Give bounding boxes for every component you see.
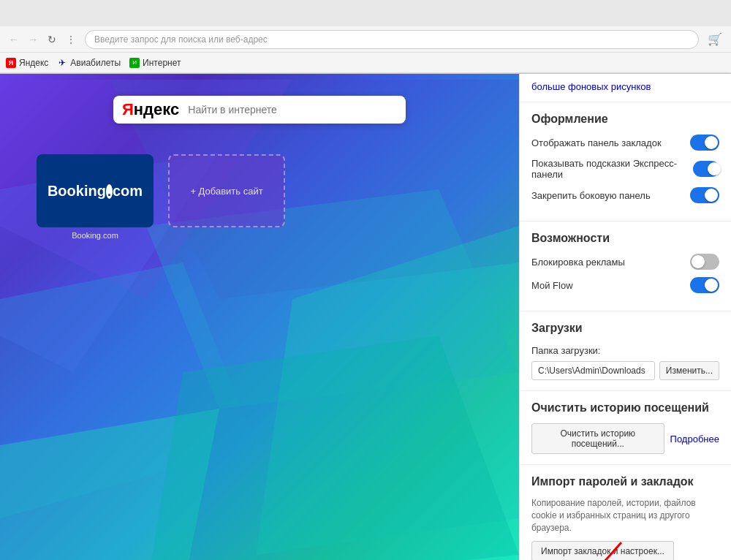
- settings-panel: больше фоновых рисунков Оформление Отобр…: [519, 74, 731, 560]
- bookmark-internet-label: Интернет: [143, 58, 181, 68]
- tab-bar: [0, 0, 731, 26]
- add-site-tile[interactable]: + Добавить сайт: [168, 154, 285, 240]
- history-details-link[interactable]: Подробнее: [670, 434, 719, 444]
- features-section-title: Возможности: [531, 232, 719, 245]
- browser-chrome: ← → ↻ ⋮ Введите запрос для поиска или ве…: [0, 0, 731, 74]
- bookmark-tickets[interactable]: ✈ Авиабилеты: [57, 58, 121, 68]
- history-section-title: Очистить историю посещений: [531, 401, 719, 415]
- sidebar-pin-row: Закрепить боковую панель: [531, 187, 719, 203]
- import-section: Импорт паролей и закладок Копирование па…: [520, 468, 731, 560]
- downloads-section: Загрузки Папка загрузки: C:\Users\Admin\…: [520, 314, 731, 387]
- bookmarks-bar-label: Отображать панель закладок: [531, 137, 662, 148]
- ad-block-toggle[interactable]: [690, 254, 719, 270]
- express-hints-toggle[interactable]: [693, 161, 719, 177]
- yandex-search-widget: Яндекс: [113, 96, 406, 124]
- bookmark-yandex[interactable]: Я Яндекс: [6, 58, 48, 68]
- sidebar-pin-label: Закрепить боковую панель: [531, 190, 651, 201]
- divider-3: [520, 311, 731, 311]
- ad-block-label: Блокировка рекламы: [531, 257, 625, 268]
- history-section: Очистить историю посещений Очистить исто…: [520, 394, 731, 461]
- bookmark-yandex-label: Яндекс: [19, 58, 48, 68]
- yandex-logo: Яндекс: [122, 100, 179, 119]
- forward-button[interactable]: →: [25, 31, 41, 48]
- booking-logo: Booking.com: [48, 183, 143, 200]
- bookmark-internet[interactable]: И Интернет: [129, 58, 181, 68]
- yandex-search-input[interactable]: [188, 104, 397, 116]
- internet-favicon: И: [129, 58, 140, 68]
- divider-1: [520, 102, 731, 102]
- import-section-title: Импорт паролей и закладок: [531, 475, 719, 488]
- divider-2: [520, 221, 731, 222]
- my-flow-label: Мой Flow: [531, 280, 573, 291]
- express-hints-label: Показывать подсказки Экспресс-панели: [531, 158, 693, 180]
- divider-4: [520, 390, 731, 391]
- history-buttons: Очистить историю посещений... Подробнее: [531, 423, 719, 454]
- downloads-section-title: Загрузки: [531, 322, 719, 335]
- bookmarks-bar-toggle[interactable]: [690, 135, 719, 151]
- address-bar[interactable]: Введите запрос для поиска или веб-адрес: [85, 30, 699, 49]
- cart-button[interactable]: 🛒: [705, 29, 725, 50]
- ad-block-row: Блокировка рекламы: [531, 254, 719, 270]
- grid-button[interactable]: ⋮: [63, 31, 79, 48]
- nav-buttons: ← → ↻ ⋮: [6, 31, 79, 48]
- back-button[interactable]: ←: [6, 31, 22, 48]
- clear-history-button[interactable]: Очистить историю посещений...: [531, 423, 664, 454]
- downloads-folder-path: C:\Users\Admin\Downloads: [531, 361, 655, 380]
- nav-bar: ← → ↻ ⋮ Введите запрос для поиска или ве…: [0, 26, 731, 53]
- change-folder-button[interactable]: Изменить...: [659, 361, 719, 380]
- yandex-favicon: Я: [6, 58, 16, 68]
- address-placeholder: Введите запрос для поиска или веб-адрес: [94, 34, 268, 45]
- booking-tile-label: Booking.com: [37, 231, 154, 240]
- more-backgrounds-link[interactable]: больше фоновых рисунков: [531, 81, 651, 92]
- downloads-folder-row: C:\Users\Admin\Downloads Изменить...: [531, 361, 719, 380]
- features-section: Возможности Блокировка рекламы Мой Flow: [520, 224, 731, 308]
- add-site-label: + Добавить сайт: [190, 186, 262, 197]
- downloads-folder-label: Папка загрузки:: [531, 345, 600, 356]
- tickets-favicon: ✈: [57, 58, 67, 68]
- main-content: Яндекс Booking.com Booking.com + Добавит…: [0, 74, 731, 560]
- import-button[interactable]: Импорт закладок и настроек...: [531, 541, 674, 560]
- browser-main: Яндекс Booking.com Booking.com + Добавит…: [0, 74, 519, 560]
- express-panel: Booking.com Booking.com + Добавить сайт: [37, 154, 285, 240]
- express-hints-row: Показывать подсказки Экспресс-панели: [531, 158, 719, 180]
- reload-button[interactable]: ↻: [44, 31, 60, 48]
- more-backgrounds-section: больше фоновых рисунков: [520, 74, 731, 99]
- my-flow-row: Мой Flow: [531, 277, 719, 293]
- sidebar-pin-toggle[interactable]: [690, 187, 719, 203]
- bookmarks-bar-row: Отображать панель закладок: [531, 135, 719, 151]
- divider-5: [520, 464, 731, 465]
- background-svg: [0, 74, 519, 560]
- my-flow-toggle[interactable]: [690, 277, 719, 293]
- bookmark-tickets-label: Авиабилеты: [70, 58, 121, 68]
- booking-tile[interactable]: Booking.com Booking.com: [37, 154, 154, 240]
- import-description: Копирование паролей, истории, файлов coo…: [531, 497, 719, 534]
- design-section-title: Оформление: [531, 113, 719, 126]
- bookmarks-bar: Я Яндекс ✈ Авиабилеты И Интернет: [0, 53, 731, 73]
- design-section: Оформление Отображать панель закладок По…: [520, 105, 731, 218]
